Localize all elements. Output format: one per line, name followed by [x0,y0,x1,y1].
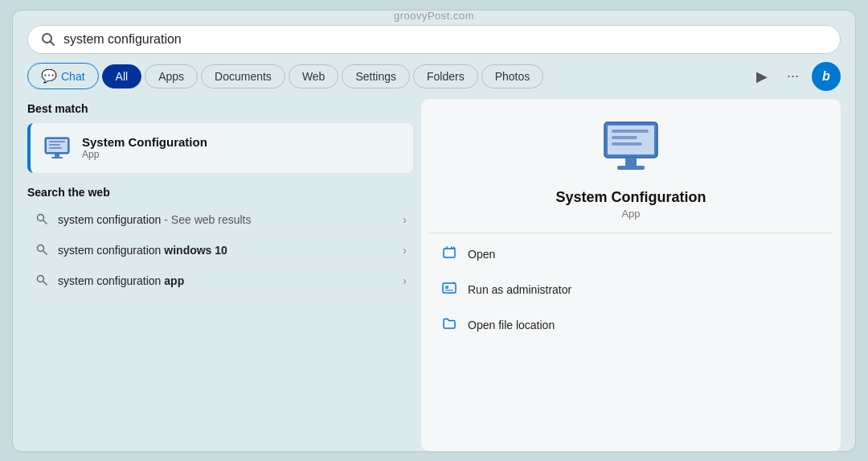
ellipsis-button[interactable]: ··· [780,64,805,88]
main-content: Best match [27,99,841,451]
arrow-icon-3: › [403,274,407,287]
tab-all[interactable]: All [102,64,142,88]
open-file-location-action[interactable]: Open file location [429,307,833,343]
play-icon: ▶ [756,68,768,84]
web-result-3-text: system configuration app [58,274,395,287]
tab-settings-label: Settings [355,70,396,83]
best-match-title: Best match [27,99,413,117]
svg-rect-21 [617,166,645,170]
svg-rect-20 [625,158,637,166]
search-icon-small [34,213,50,227]
app-icon [42,133,72,163]
open-action[interactable]: Open [429,237,833,272]
svg-rect-17 [612,130,649,133]
tab-settings[interactable]: Settings [342,64,410,88]
arrow-icon-1: › [403,213,407,226]
admin-label: Run as administrator [468,283,571,296]
svg-line-1 [51,42,54,45]
search-window: groovyPost.com 💬 Chat All Apps Documents… [12,10,856,452]
ellipsis-icon: ··· [787,68,799,84]
play-more-button[interactable]: ▶ [750,64,774,88]
open-icon [442,245,458,263]
web-result-item[interactable]: system configuration - See web results › [27,205,413,236]
svg-rect-24 [445,286,448,289]
right-panel: System Configuration App Open [421,99,841,451]
tab-chat[interactable]: 💬 Chat [27,63,99,89]
svg-rect-7 [55,154,59,157]
detail-app-type: App [621,208,640,220]
web-result-item[interactable]: system configuration windows 10 › [27,236,413,266]
tab-web[interactable]: Web [289,64,339,88]
svg-rect-22 [444,249,455,257]
svg-point-13 [38,275,44,282]
svg-rect-6 [49,147,62,149]
search-input[interactable] [63,32,827,47]
tab-folders[interactable]: Folders [413,64,478,88]
svg-point-11 [38,245,44,251]
tab-chat-label: Chat [61,70,85,83]
tab-documents[interactable]: Documents [201,64,285,88]
best-match-type: App [82,149,207,160]
bing-button[interactable]: b [812,62,841,91]
best-match-name: System Configuration [82,135,207,149]
best-match-item[interactable]: System Configuration App [27,123,413,173]
run-as-admin-action[interactable]: Run as administrator [429,272,833,307]
search-bar [27,25,841,54]
svg-rect-19 [612,142,642,146]
action-list: Open Run as administrator [429,237,833,343]
tab-photos-label: Photos [495,70,530,83]
svg-rect-5 [49,144,60,146]
web-search-title: Search the web [27,186,413,199]
divider [429,233,833,233]
tab-all-label: All [116,70,129,83]
svg-rect-25 [445,290,453,291]
tab-documents-label: Documents [215,70,272,83]
detail-app-icon [599,115,663,179]
left-panel: Best match [27,99,413,451]
tab-more-area: ▶ ··· b [750,62,841,91]
tab-apps-label: Apps [158,70,184,83]
folder-icon [442,316,458,334]
svg-rect-8 [51,157,63,158]
tab-photos[interactable]: Photos [481,64,544,88]
tab-web-label: Web [302,70,326,83]
web-result-2-text: system configuration windows 10 [58,244,395,257]
chat-icon: 💬 [41,68,57,84]
arrow-icon-2: › [403,244,407,257]
svg-rect-4 [49,141,65,142]
admin-icon [442,281,458,298]
tab-apps[interactable]: Apps [145,64,198,88]
filter-tabs: 💬 Chat All Apps Documents Web Settings F… [27,62,841,91]
svg-line-10 [43,220,47,224]
detail-app-name: System Configuration [555,189,706,206]
watermark: groovyPost.com [394,10,474,22]
best-match-text: System Configuration App [82,135,207,160]
web-results: system configuration - See web results ›… [27,205,413,297]
web-result-item[interactable]: system configuration app › [27,266,413,297]
svg-line-14 [43,282,47,285]
search-icon-small-2 [34,244,50,257]
search-icon-small-3 [34,274,50,288]
svg-line-12 [43,251,47,254]
web-result-1-text: system configuration - See web results [58,213,395,226]
tab-folders-label: Folders [427,70,465,83]
svg-point-9 [38,214,44,220]
search-icon [41,32,55,47]
svg-rect-18 [612,136,637,139]
svg-rect-23 [443,283,456,293]
bing-icon: b [822,69,830,84]
open-label: Open [468,248,495,261]
file-location-label: Open file location [468,319,555,331]
